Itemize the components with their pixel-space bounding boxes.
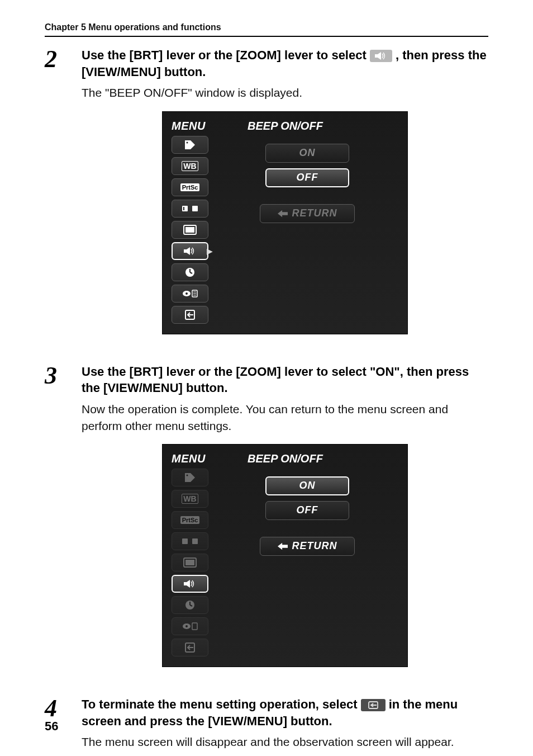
step-2-title: Use the [BRT] lever or the [ZOOM] lever … — [82, 47, 488, 80]
svg-marker-20 — [185, 473, 195, 482]
option-off[interactable]: OFF — [265, 501, 349, 520]
svg-marker-10 — [187, 247, 190, 255]
chapter-heading: Chapter 5 Menu operations and functions — [45, 22, 488, 32]
speaker-menu-icon — [370, 50, 392, 62]
sidebar-item-prtsc[interactable]: PrtSc — [172, 511, 208, 529]
step-2-title-before: Use the [BRT] lever or the [ZOOM] lever … — [82, 48, 370, 62]
step-2-number: 2 — [45, 47, 64, 350]
svg-rect-22 — [182, 538, 188, 544]
svg-point-13 — [185, 292, 188, 295]
svg-rect-9 — [184, 249, 187, 253]
step-3-desc: Now the operation is complete. You can r… — [82, 401, 488, 434]
svg-rect-4 — [182, 206, 188, 211]
svg-rect-25 — [185, 560, 194, 565]
step-4-title-before: To terminate the menu setting operation,… — [82, 697, 361, 711]
sidebar-item-beep[interactable]: ▶ — [172, 242, 208, 260]
svg-rect-8 — [185, 227, 194, 233]
svg-marker-19 — [278, 210, 288, 217]
step-2: 2 Use the [BRT] lever or the [ZOOM] leve… — [45, 47, 488, 350]
step-3: 3 Use the [BRT] lever or the [ZOOM] leve… — [45, 363, 488, 683]
sidebar-item-clock[interactable] — [172, 596, 208, 614]
svg-rect-6 — [183, 207, 184, 210]
svg-rect-5 — [192, 206, 198, 211]
return-arrow-icon — [278, 210, 288, 218]
menu-label: MENU — [172, 120, 206, 133]
sidebar-item-prtsc[interactable]: PrtSc — [172, 178, 208, 196]
screenshot-beep-on: MENU BEEP ON/OFF WB PrtSc — [162, 444, 408, 667]
exit-menu-icon — [361, 699, 386, 711]
sidebar-item-clock[interactable] — [172, 263, 208, 281]
step-3-title: Use the [BRT] lever or the [ZOOM] lever … — [82, 363, 488, 396]
option-off[interactable]: OFF — [265, 168, 349, 187]
sidebar-item-exit[interactable] — [172, 639, 208, 656]
sidebar-item-eye-list[interactable] — [172, 285, 208, 303]
sidebar-item-exit[interactable] — [172, 306, 208, 324]
return-label: RETURN — [292, 207, 337, 219]
sidebar-item-card[interactable] — [172, 200, 208, 218]
page-number: 56 — [45, 719, 58, 734]
option-on[interactable]: ON — [265, 144, 349, 163]
step-4: 4 To terminate the menu setting operatio… — [45, 696, 488, 750]
sidebar-marker-icon: ▶ — [207, 247, 213, 256]
svg-marker-33 — [278, 543, 288, 550]
option-on[interactable]: ON — [265, 476, 349, 495]
sidebar-item-beep[interactable] — [172, 575, 208, 593]
menu-sidebar-2: WB PrtSc — [172, 469, 208, 656]
option-return[interactable]: RETURN — [260, 204, 355, 223]
sidebar-item-display[interactable] — [172, 554, 208, 571]
sidebar-item-card[interactable] — [172, 532, 208, 550]
svg-rect-31 — [192, 623, 197, 630]
sidebar-item-eye-list[interactable] — [172, 617, 208, 635]
header-rule — [45, 36, 488, 37]
svg-marker-2 — [185, 140, 195, 149]
svg-point-3 — [187, 141, 188, 143]
sidebar-item-wb[interactable]: WB — [172, 157, 208, 175]
sidebar-item-tag[interactable] — [172, 136, 208, 154]
menu-label-2: MENU — [172, 452, 206, 465]
sidebar-item-display[interactable] — [172, 221, 208, 239]
return-label: RETURN — [292, 540, 337, 552]
svg-marker-27 — [187, 580, 190, 588]
step-4-desc: The menu screen will disappear and the o… — [82, 734, 488, 750]
step-2-desc: The "BEEP ON/OFF" window is displayed. — [82, 84, 488, 101]
svg-rect-0 — [375, 54, 378, 58]
sidebar-item-wb[interactable]: WB — [172, 490, 208, 508]
menu-title: BEEP ON/OFF — [206, 120, 398, 133]
sidebar-item-tag[interactable] — [172, 469, 208, 486]
option-return[interactable]: RETURN — [260, 537, 355, 556]
menu-sidebar: WB PrtSc ▶ — [172, 136, 208, 324]
step-4-title: To terminate the menu setting operation,… — [82, 696, 488, 729]
step-3-number: 3 — [45, 363, 64, 683]
screenshot-beep-off: MENU BEEP ON/OFF WB PrtSc ▶ — [162, 111, 408, 334]
svg-point-30 — [185, 625, 188, 627]
menu-title-2: BEEP ON/OFF — [206, 452, 398, 465]
return-arrow-icon — [278, 542, 288, 550]
svg-point-21 — [187, 474, 188, 476]
svg-rect-26 — [184, 582, 187, 585]
svg-marker-1 — [378, 52, 381, 60]
svg-rect-23 — [192, 538, 198, 544]
